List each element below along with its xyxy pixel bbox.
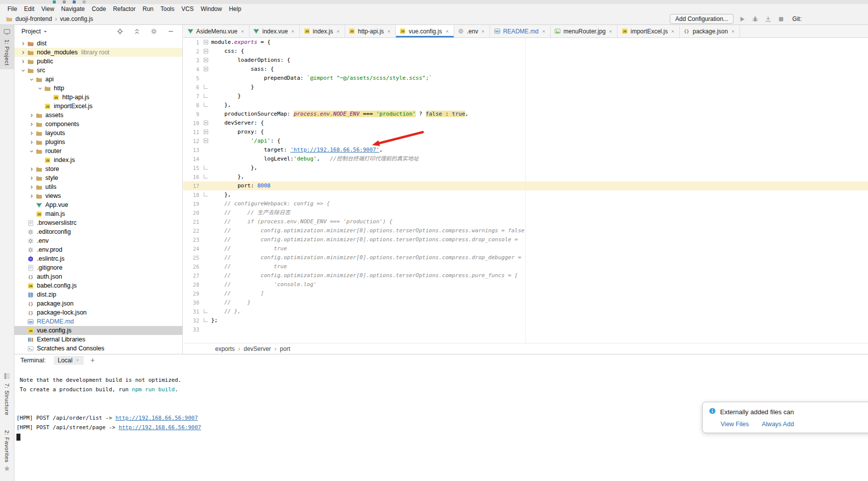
tree-row-index-js[interactable]: JSindex.js <box>14 156 182 164</box>
tree-row-main-js[interactable]: JSmain.js <box>14 209 182 218</box>
fold-collapse-icon[interactable] <box>200 47 211 56</box>
tree-row-auth-json[interactable]: {}auth.json <box>14 272 182 281</box>
locate-icon[interactable] <box>116 28 124 35</box>
close-tab-icon[interactable] <box>290 29 296 34</box>
chevron-down-icon[interactable] <box>19 68 26 73</box>
tab-package-json[interactable]: {}package.json <box>680 25 740 37</box>
tree-row-style[interactable]: style <box>14 173 182 182</box>
tree-row-babel-config-js[interactable]: JSbabel.config.js <box>14 281 182 290</box>
project-view-selector[interactable]: Project <box>21 28 47 35</box>
chevron-right-icon[interactable] <box>28 113 35 118</box>
chevron-right-icon[interactable] <box>28 122 35 127</box>
notification-action-always-add[interactable]: Always Add <box>762 421 794 428</box>
code-editor[interactable]: 1module.exports = {2 css: {3 loaderOptio… <box>183 38 868 343</box>
close-tab-icon[interactable] <box>240 29 246 34</box>
url-link[interactable]: 'http://192.168.66.56:9007' <box>290 147 379 153</box>
chevron-right-icon[interactable] <box>28 175 35 181</box>
tab-index-js[interactable]: JSindex.js <box>300 25 345 37</box>
tree-row-env[interactable]: .env <box>14 236 182 245</box>
chevron-down-icon[interactable] <box>36 86 43 91</box>
fold-collapse-icon[interactable] <box>200 128 211 137</box>
fold-collapse-icon[interactable] <box>200 56 211 65</box>
tree-row-gitignore[interactable]: .gitignore <box>14 263 182 272</box>
tool-button-project[interactable]: 1: Project <box>0 25 14 69</box>
tree-row-http-api-js[interactable]: JShttp-api.js <box>14 93 182 102</box>
fold-collapse-icon[interactable] <box>200 119 211 128</box>
menu-item-navigate[interactable]: Navigate <box>58 5 88 12</box>
new-terminal-button[interactable] <box>90 357 96 363</box>
close-tab-icon[interactable] <box>731 29 736 34</box>
tree-row-api[interactable]: api <box>14 75 182 84</box>
menu-item-refactor[interactable]: Refactor <box>110 5 139 12</box>
menu-item-run[interactable]: Run <box>139 5 157 12</box>
tab-readme-md[interactable]: MDREADME.md <box>490 25 550 37</box>
collapse-all-icon[interactable] <box>133 28 141 35</box>
close-tab-icon[interactable] <box>336 29 341 34</box>
toolbar-file-name[interactable]: vue.config.js <box>60 15 93 22</box>
toolbar-project-name[interactable]: duoji-frontend <box>15 15 52 22</box>
chevron-right-icon[interactable] <box>28 131 35 136</box>
tree-row-dist[interactable]: dist <box>14 39 182 48</box>
menu-item-code[interactable]: Code <box>88 5 110 12</box>
fold-collapse-icon[interactable] <box>200 65 211 74</box>
tree-row-vue-config-js[interactable]: JSvue.config.js <box>14 326 182 335</box>
tree-row-node-modules[interactable]: node_moduleslibrary root <box>14 48 182 57</box>
tab-asidemenu-vue[interactable]: AsideMenu.vue <box>183 25 249 37</box>
tree-row-package-lock-json[interactable]: {}package-lock.json <box>14 308 182 317</box>
menu-item-help[interactable]: Help <box>226 5 245 12</box>
tree-row-http[interactable]: http <box>14 84 182 93</box>
chevron-down-icon[interactable] <box>28 77 35 82</box>
chevron-down-icon[interactable] <box>28 149 35 154</box>
tree-row-plugins[interactable]: plugins <box>14 138 182 147</box>
tree-row-editorconfig[interactable]: .editorconfig <box>14 227 182 236</box>
close-tab-icon[interactable] <box>541 29 547 34</box>
tab-env[interactable]: .env <box>454 25 491 37</box>
close-tab-icon[interactable] <box>670 29 676 34</box>
tool-button-structure[interactable]: 7: Structure <box>0 369 14 419</box>
tab-importexcel-js[interactable]: JSimportExcel.js <box>618 25 680 37</box>
fold-collapse-icon[interactable] <box>200 38 211 47</box>
chevron-right-icon[interactable] <box>28 193 35 199</box>
tree-row-importexcel-js[interactable]: JSimportExcel.js <box>14 102 182 111</box>
chevron-right-icon[interactable] <box>19 50 26 55</box>
tool-button-favorites[interactable]: 2: Favorites <box>0 427 14 477</box>
tab-menurouter-jpg[interactable]: menuRouter.jpg <box>551 25 618 37</box>
tree-row-package-json[interactable]: {}package.json <box>14 299 182 308</box>
tree-row-assets[interactable]: assets <box>14 111 182 120</box>
chevron-right-icon[interactable] <box>28 166 35 172</box>
tree-row-browserslistrc[interactable]: .browserslistrc <box>14 218 182 227</box>
menu-item-edit[interactable]: Edit <box>20 5 38 12</box>
chevron-right-icon[interactable] <box>28 140 35 145</box>
menu-item-tools[interactable]: Tools <box>157 5 178 12</box>
git-widget[interactable]: Git: <box>792 15 802 22</box>
tree-row-public[interactable]: public <box>14 57 182 66</box>
close-icon[interactable] <box>75 357 80 364</box>
run-button[interactable] <box>738 14 746 23</box>
menu-item-file[interactable]: File <box>4 5 20 12</box>
notification-action-view-files[interactable]: View Files <box>721 421 749 428</box>
close-tab-icon[interactable] <box>608 29 614 34</box>
breadcrumb-port[interactable]: port <box>280 345 290 352</box>
close-tab-icon[interactable] <box>445 29 450 34</box>
tree-row-router[interactable]: router <box>14 147 182 156</box>
stop-button[interactable] <box>776 14 785 23</box>
terminal-tab-local[interactable]: Local <box>54 356 84 365</box>
menu-item-view[interactable]: View <box>38 5 58 12</box>
chevron-right-icon[interactable] <box>19 59 26 64</box>
tree-row-app-vue[interactable]: App.vue <box>14 200 182 209</box>
tree-row-env-prod[interactable]: .env.prod <box>14 245 182 254</box>
menu-item-window[interactable]: Window <box>197 5 226 12</box>
breadcrumb-devserver[interactable]: devServer <box>244 345 271 352</box>
tree-row-utils[interactable]: utils <box>14 182 182 191</box>
tree-row-scratches-and-consoles[interactable]: Scratches and Consoles <box>14 344 182 353</box>
tree-row-dist-zip[interactable]: dist.zip <box>14 290 182 299</box>
close-tab-icon[interactable] <box>481 29 486 34</box>
tab-vue-config-js[interactable]: JSvue.config.js <box>396 25 454 37</box>
tree-row-components[interactable]: components <box>14 120 182 129</box>
run-with-coverage-button[interactable] <box>763 14 772 23</box>
menu-item-vcs[interactable]: VCS <box>178 5 197 12</box>
tree-row-eslintrc-js[interactable]: .eslintrc.js <box>14 254 182 263</box>
debug-button[interactable] <box>750 14 759 23</box>
close-tab-icon[interactable] <box>386 29 392 34</box>
url-link[interactable]: http://192.168.66.56:9007 <box>116 415 198 421</box>
